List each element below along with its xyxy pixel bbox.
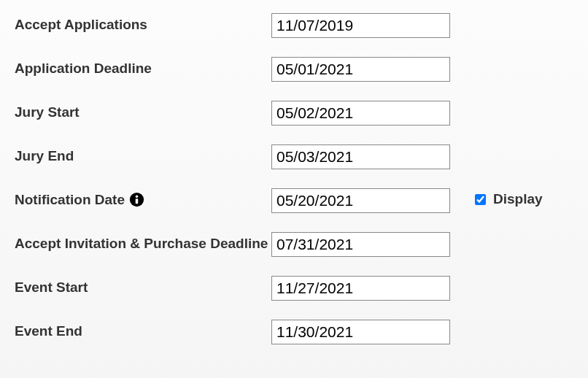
jury-start-input[interactable] [271,101,450,126]
notification-date-input[interactable] [271,188,450,213]
application-deadline-input[interactable] [271,57,450,82]
input-cell [271,232,450,257]
svg-rect-2 [136,199,139,204]
input-cell [271,320,450,344]
row-jury-start: Jury Start [15,101,573,126]
accept-applications-input[interactable] [271,13,450,38]
event-start-input[interactable] [271,276,450,301]
label-jury-start: Jury Start [15,101,271,122]
display-checkbox[interactable] [475,194,486,205]
label-application-deadline: Application Deadline [15,57,271,78]
label-accept-applications: Accept Applications [15,13,271,34]
label-event-end: Event End [15,320,271,341]
svg-point-1 [136,196,139,198]
info-icon[interactable] [129,192,144,207]
row-accept-applications: Accept Applications [15,13,573,38]
input-cell [271,101,450,126]
label-event-start: Event Start [15,276,271,297]
label-accept-invitation: Accept Invitation & Purchase Deadline [15,232,271,253]
label-notification-date-text: Notification Date [15,190,125,209]
input-cell [271,188,450,213]
input-cell [271,13,450,38]
row-event-start: Event Start [15,276,573,301]
row-notification-date: Notification Date Display [15,188,573,213]
row-application-deadline: Application Deadline [15,57,573,82]
input-cell [271,276,450,301]
jury-end-input[interactable] [271,144,450,169]
input-cell [271,144,450,169]
row-jury-end: Jury End [15,144,573,169]
row-event-end: Event End [15,320,573,344]
display-checkbox-label: Display [493,191,543,207]
event-end-input[interactable] [271,320,450,344]
accept-invitation-input[interactable] [271,232,450,257]
label-notification-date: Notification Date [15,188,271,209]
row-accept-invitation: Accept Invitation & Purchase Deadline [15,232,573,257]
input-cell [271,57,450,82]
label-jury-end: Jury End [15,144,271,166]
display-option: Display [450,188,543,207]
